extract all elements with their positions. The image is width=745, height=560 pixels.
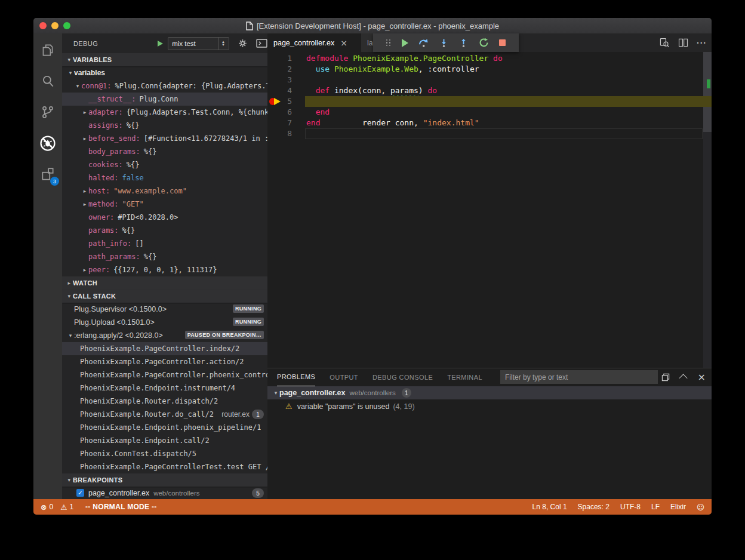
variables-section-header[interactable]: ▾ VARIABLES (62, 53, 267, 66)
variable-row[interactable]: ▸method:"GET" (62, 198, 267, 211)
variable-row[interactable]: params:%{} (62, 224, 267, 237)
stack-frame-row[interactable]: PhoenixExample.PageController.action/2 (62, 355, 267, 368)
breakpoints-section-header[interactable]: ▾ BREAKPOINTS (62, 473, 267, 487)
thread-status-badge: PAUSED ON BREAKPOIN… (185, 331, 264, 339)
stack-frame-row[interactable]: PhoenixExample.PageControllerTest.test G… (62, 460, 267, 473)
bottom-panel: PROBLEMS OUTPUT DEBUG CONSOLE TERMINAL ×… (267, 368, 712, 499)
tab-output[interactable]: OUTPUT (330, 368, 358, 386)
twistie-icon: ▸ (81, 109, 88, 115)
code-line: 4 def index(conn, params) do (267, 85, 712, 96)
source-control-icon[interactable] (33, 98, 62, 127)
code-line: 7end (267, 118, 712, 128)
variable-row[interactable]: __struct__:Plug.Conn (62, 93, 267, 106)
thread-row[interactable]: ▾:erlang.apply/2 <0.2028.0>PAUSED ON BRE… (62, 329, 267, 342)
variable-row[interactable]: ▸before_send:[#Function<11.67278243/1 in… (62, 132, 267, 145)
variable-row[interactable]: cookies:%{} (62, 158, 267, 171)
stack-frame-row[interactable]: PhoenixExample.Endpoint.call/2 (62, 434, 267, 447)
step-into-button[interactable] (439, 38, 448, 48)
step-over-button[interactable] (418, 38, 429, 48)
open-preview-icon[interactable] (659, 38, 670, 48)
call-stack-section-header[interactable]: ▾ CALL STACK (62, 290, 267, 303)
thread-row[interactable]: Plug.Upload <0.1501.0>RUNNING (62, 316, 267, 329)
debug-icon[interactable] (33, 129, 62, 158)
panel-chevron-up-icon[interactable] (679, 374, 687, 382)
indentation[interactable]: Spaces: 2 (578, 503, 609, 511)
variable-scope-row[interactable]: ▾variables (62, 66, 267, 79)
search-icon[interactable] (33, 67, 62, 96)
explorer-icon[interactable] (33, 36, 62, 64)
variable-row[interactable]: halted:false (62, 171, 267, 184)
cursor-position[interactable]: Ln 8, Col 1 (532, 503, 567, 511)
debug-console-icon[interactable] (256, 39, 267, 48)
frame-file-label: router.ex (221, 410, 250, 419)
continue-button[interactable] (402, 39, 408, 47)
tab-debug-console[interactable]: DEBUG CONSOLE (372, 368, 433, 386)
code-line: 6 end (267, 107, 712, 118)
split-editor-icon[interactable] (678, 38, 688, 48)
twistie-icon: ▸ (81, 136, 88, 141)
code-line-current: 5 render conn, "index.html" (267, 96, 712, 107)
editor-scrollbar[interactable] (703, 52, 712, 368)
variable-row[interactable]: path_info:[] (62, 237, 267, 250)
twistie-icon: ▸ (81, 201, 88, 207)
stack-frame-row[interactable]: PhoenixExample.Router.dispatch/2 (62, 395, 267, 408)
stack-frame-row[interactable]: PhoenixExample.Endpoint.instrument/4 (62, 381, 267, 395)
debug-sidebar-header: DEBUG mix test ▲▼ (62, 33, 267, 53)
tab-page-controller[interactable]: page_controller.ex × (267, 33, 361, 52)
thread-status-badge: RUNNING (233, 318, 264, 326)
variable-row[interactable]: owner:#PID<0.2028.0> (62, 211, 267, 224)
breakpoint-checkbox[interactable]: ✓ (76, 489, 84, 497)
tab-problems[interactable]: PROBLEMS (277, 368, 315, 386)
error-count[interactable]: ⊗ 0 (41, 503, 53, 512)
variable-row[interactable]: ▾conn@1:%Plug.Conn{adapter: {Plug.Adapte… (62, 79, 267, 93)
title-bar: [Extension Development Host] - page_cont… (33, 18, 712, 34)
minimize-window-button[interactable] (51, 22, 59, 29)
toolbar-drag-grip[interactable] (386, 39, 391, 47)
twistie-icon: ▾ (272, 390, 279, 396)
language-mode[interactable]: Elixir (670, 503, 686, 511)
start-debug-button[interactable] (158, 41, 163, 47)
stack-frame-row[interactable]: Phoenix.ConnTest.dispatch/5 (62, 447, 267, 460)
variable-row[interactable]: assigns:%{} (62, 119, 267, 132)
close-tab-icon[interactable]: × (340, 38, 347, 48)
code-line: 3 (267, 75, 712, 85)
warning-count[interactable]: ⚠ 1 (60, 503, 73, 512)
variable-row[interactable]: body_params:%{} (62, 145, 267, 158)
variable-row[interactable]: ▸adapter:{Plug.Adapters.Test.Conn, %{chu… (62, 106, 267, 119)
watch-section-header[interactable]: ▸ WATCH (62, 276, 267, 290)
debug-config-dropdown[interactable]: mix test ▲▼ (168, 37, 229, 50)
stack-frame-row[interactable]: PhoenixExample.PageController.phoenix_co… (62, 368, 267, 381)
feedback-smiley-icon[interactable]: ☺ (697, 503, 704, 512)
problems-filter-input[interactable] (500, 370, 658, 384)
status-bar: ⊗ 0 ⚠ 1 -- NORMAL MODE -- Ln 8, Col 1 Sp… (33, 499, 712, 515)
frame-line-badge: 1 (252, 410, 264, 419)
step-out-button[interactable] (459, 38, 468, 48)
debug-settings-gear-icon[interactable] (238, 38, 248, 48)
warning-icon: ⚠ (285, 402, 293, 411)
extensions-icon[interactable]: 3 (33, 160, 62, 189)
eol-selector[interactable]: LF (651, 503, 660, 511)
variable-row[interactable]: ▸peer:{{127, 0, 0, 1}, 111317} (62, 263, 267, 276)
variable-row[interactable]: ▸host:"www.example.com" (62, 184, 267, 198)
maximize-panel-icon[interactable] (661, 373, 670, 382)
breakpoint-count-badge: 5 (252, 488, 264, 498)
encoding[interactable]: UTF-8 (620, 503, 641, 511)
twistie-icon: ▾ (67, 70, 74, 76)
restart-button[interactable] (479, 38, 489, 48)
variable-row[interactable]: path_params:%{} (62, 250, 267, 263)
thread-row[interactable]: Plug.Supervisor <0.1500.0>RUNNING (62, 303, 267, 316)
tab-terminal[interactable]: TERMINAL (447, 368, 482, 386)
problems-file-group[interactable]: ▾ page_controller.ex web/controllers 1 (267, 386, 712, 399)
stack-frame-row[interactable]: PhoenixExample.PageController.index/2 (62, 342, 267, 355)
stop-button[interactable] (499, 39, 506, 46)
close-panel-icon[interactable]: × (698, 371, 706, 383)
stack-frame-row[interactable]: PhoenixExample.Endpoint.phoenix_pipeline… (62, 421, 267, 434)
stack-frame-row[interactable]: PhoenixExample.Router.do_call/2router.ex… (62, 408, 267, 421)
breakpoint-row[interactable]: ✓ page_controller.ex web/controllers 5 (62, 487, 267, 499)
close-window-button[interactable] (39, 22, 47, 29)
problem-item[interactable]: ⚠ variable "params" is unused (4, 19) (267, 399, 712, 413)
more-actions-icon[interactable]: ··· (697, 38, 707, 48)
code-editor[interactable]: 1defmodule PhoenixExample.PageController… (267, 52, 712, 368)
zoom-window-button[interactable] (63, 22, 70, 29)
panel-header: PROBLEMS OUTPUT DEBUG CONSOLE TERMINAL × (267, 368, 712, 386)
